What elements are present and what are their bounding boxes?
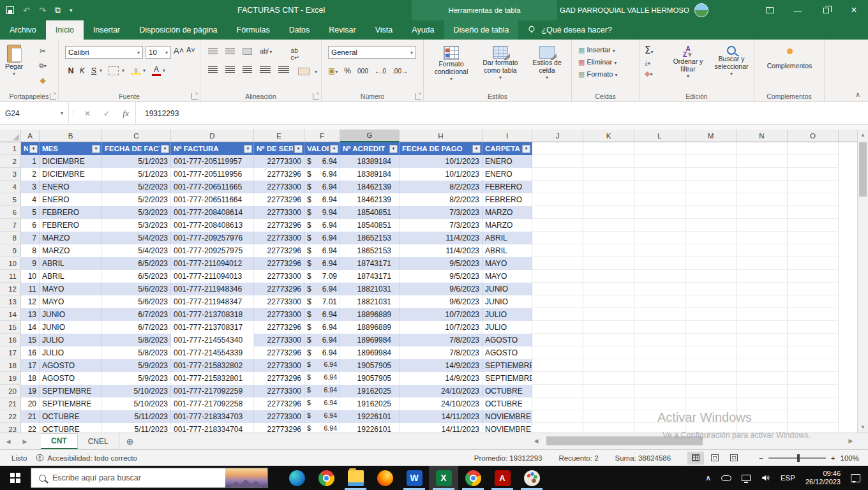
filter-dropdown-icon[interactable]: ▼ <box>522 145 530 153</box>
cell[interactable] <box>634 295 685 308</box>
format-painter-icon[interactable]: ◆ <box>36 74 50 87</box>
cell[interactable]: 17 <box>21 359 40 372</box>
cell[interactable]: AGOSTO <box>40 359 102 372</box>
cell[interactable]: 001-777-208408613 <box>171 219 254 232</box>
cell[interactable]: 19162025 <box>340 397 400 410</box>
cell[interactable]: 18743171 <box>340 257 400 270</box>
cell[interactable] <box>532 321 583 334</box>
cell[interactable] <box>634 397 685 410</box>
alignment-dialog-launcher[interactable] <box>313 93 319 100</box>
cell[interactable]: 5/2/2023 <box>102 181 171 193</box>
cell[interactable]: 10/7/2023 <box>400 321 483 334</box>
cell[interactable] <box>583 181 634 193</box>
tab-disposici-n-de-p-gina[interactable]: Disposición de página <box>130 20 227 40</box>
clear-icon[interactable]: ◆▾ <box>645 70 654 78</box>
taskbar-app-word-icon[interactable]: W <box>400 466 429 490</box>
cell[interactable]: 18896889 <box>340 308 400 321</box>
cell[interactable]: MARZO <box>483 206 532 219</box>
formula-input[interactable]: 19312293 <box>135 102 868 124</box>
cell[interactable] <box>737 346 788 359</box>
ribbon-display-options-button[interactable] <box>756 0 784 20</box>
volume-icon[interactable] <box>761 473 770 482</box>
sheet-tab-cnel[interactable]: CNEL <box>78 433 119 449</box>
cell[interactable] <box>583 359 634 372</box>
column-header-M[interactable]: M <box>685 130 737 142</box>
cell[interactable]: 18462139 <box>340 181 400 193</box>
cell[interactable] <box>737 142 788 155</box>
cell[interactable]: 18389184 <box>340 168 400 181</box>
cell[interactable] <box>634 283 685 295</box>
cell[interactable]: MARZO <box>483 219 532 232</box>
cell[interactable]: 18389184 <box>340 155 400 168</box>
font-size-select[interactable]: 10▾ <box>146 46 171 59</box>
enter-entry-icon[interactable]: ✓ <box>97 102 116 124</box>
cell[interactable]: 19057905 <box>340 372 400 385</box>
cell[interactable]: SEPTIEMBRE <box>483 359 532 372</box>
cell[interactable]: 22773300 <box>254 181 304 193</box>
taskbar-app-paint-icon[interactable] <box>517 466 546 490</box>
cell[interactable] <box>532 155 583 168</box>
cancel-entry-icon[interactable]: ✕ <box>78 102 97 124</box>
cell[interactable]: 5/9/2023 <box>102 372 171 385</box>
cell[interactable]: MAYO <box>483 270 532 283</box>
fill-color-icon[interactable]: ◊ <box>131 67 141 75</box>
cell[interactable] <box>685 295 737 308</box>
filter-dropdown-icon[interactable]: ▼ <box>92 145 100 153</box>
page-break-view-button[interactable] <box>726 452 742 464</box>
cell[interactable] <box>737 181 788 193</box>
cell[interactable]: $7.01 <box>304 295 340 308</box>
font-dialog-launcher[interactable] <box>191 93 198 100</box>
cell[interactable]: 5/9/2023 <box>102 359 171 372</box>
cell[interactable]: 2 <box>21 168 40 181</box>
cell[interactable]: 001-777-217092259 <box>171 385 254 397</box>
cell[interactable]: 19226101 <box>340 410 400 423</box>
delete-cells-button[interactable]: ▦ Eliminar ▾ <box>578 58 618 66</box>
cell[interactable]: $6.94 <box>304 423 340 433</box>
cell[interactable] <box>634 334 685 346</box>
cell[interactable] <box>583 206 634 219</box>
cell[interactable] <box>737 168 788 181</box>
cell[interactable] <box>737 334 788 346</box>
cell[interactable]: SEPTIEMBRE <box>483 372 532 385</box>
cell[interactable]: 19226101 <box>340 423 400 433</box>
cell[interactable]: 001-777-211094012 <box>171 257 254 270</box>
cell[interactable]: 6/5/2023 <box>102 257 171 270</box>
row-number-14[interactable]: 14 <box>0 308 21 321</box>
cell[interactable]: 5/6/2023 <box>102 295 171 308</box>
cell[interactable]: 14/11/2023 <box>400 410 483 423</box>
cell[interactable]: ABRIL <box>483 244 532 257</box>
borders-icon[interactable] <box>108 66 119 75</box>
cell[interactable] <box>532 244 583 257</box>
cell[interactable] <box>634 142 685 155</box>
cell[interactable]: 22773296 <box>254 283 304 295</box>
cell[interactable] <box>685 219 737 232</box>
number-format-select[interactable]: General▾ <box>328 46 416 59</box>
cell[interactable]: 22773300 <box>254 308 304 321</box>
cell[interactable] <box>583 193 634 206</box>
cell[interactable] <box>685 155 737 168</box>
cell[interactable]: 18821031 <box>340 295 400 308</box>
column-header-O[interactable]: O <box>788 130 839 142</box>
cell[interactable]: 18540851 <box>340 206 400 219</box>
cell[interactable]: $6.94 <box>304 181 340 193</box>
cell[interactable] <box>685 206 737 219</box>
align-right-icon[interactable] <box>243 66 252 73</box>
cell[interactable]: 10/1/2023 <box>400 168 483 181</box>
cell[interactable]: 18821031 <box>340 283 400 295</box>
cell[interactable]: ENERO <box>40 193 102 206</box>
cut-icon[interactable]: ✂ <box>36 45 50 57</box>
percent-style-button[interactable]: % <box>344 66 351 75</box>
row-number-4[interactable]: 4 <box>0 181 21 193</box>
cell[interactable] <box>583 308 634 321</box>
cell[interactable] <box>583 270 634 283</box>
tab-datos[interactable]: Datos <box>280 20 320 40</box>
filter-dropdown-icon[interactable]: ▼ <box>29 145 38 153</box>
cell[interactable] <box>634 308 685 321</box>
cell[interactable] <box>583 155 634 168</box>
cell[interactable]: 22773296 <box>254 219 304 232</box>
cell[interactable] <box>788 385 839 397</box>
column-header-C[interactable]: C <box>102 130 171 142</box>
cell[interactable]: 5/4/2023 <box>102 244 171 257</box>
cell[interactable]: 18 <box>21 372 40 385</box>
cell[interactable]: 001-777-208408614 <box>171 206 254 219</box>
